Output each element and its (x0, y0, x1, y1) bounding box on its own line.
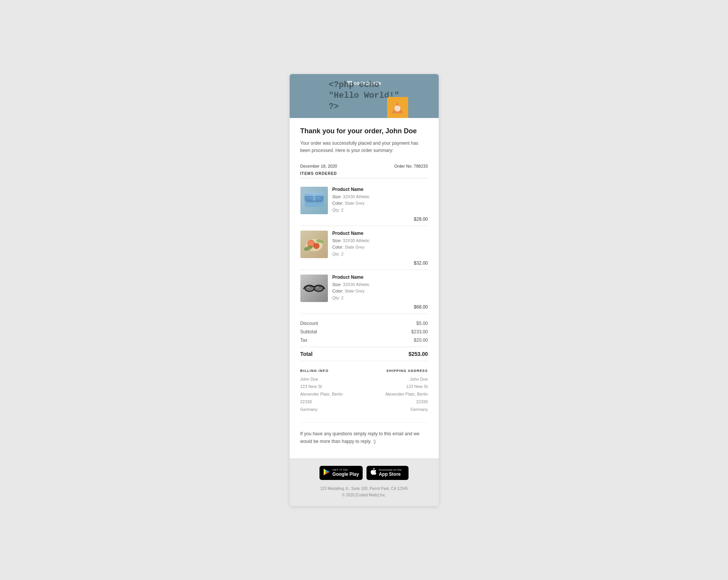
svg-rect-6 (306, 200, 322, 202)
item-name-3: Product Name (332, 275, 428, 280)
intro-text: Your order was successfully placed and y… (300, 140, 428, 154)
svg-point-19 (306, 286, 313, 291)
discount-row: Discount $5.00 (300, 319, 428, 328)
item-details-2: Product Name Size: 32X30 Athletic Color:… (332, 231, 428, 258)
app-store-button[interactable]: Download on the App Store (366, 466, 409, 480)
item-qty-1: Qty: 2 (332, 207, 428, 214)
order-item-3: Product Name Size: 32X30 Athletic Color:… (300, 270, 428, 314)
order-item-2: Product Name Size: 32X30 Athletic Color:… (300, 226, 428, 270)
app-buttons: GET IT ON Google Play Download on the Ap… (297, 466, 431, 480)
item-price-1: $28.00 (300, 216, 428, 226)
app-store-large: App Store (379, 472, 402, 478)
item-color-2: Color: Slate Grey (332, 244, 428, 251)
order-summary: Discount $5.00 Subtotal $233.00 Tax $20.… (300, 314, 428, 359)
subtotal-value: $233.00 (411, 329, 428, 334)
shipping-country: Germany (368, 406, 428, 414)
billing-name: John Doe (300, 376, 360, 383)
item-image-1 (300, 187, 328, 214)
order-meta: December 18, 2020 Order No: 788233 (300, 164, 428, 168)
svg-point-14 (315, 244, 318, 247)
footer-message-text: If you have any questions simply reply t… (300, 430, 428, 445)
shipping-address1: 123 New St (368, 383, 428, 391)
header-sticker (387, 97, 408, 118)
google-play-icon (323, 468, 330, 478)
order-item-1: Product Name Size: 32X30 Athletic Color:… (300, 182, 428, 226)
svg-point-21 (315, 286, 323, 291)
app-store-small: Download on the (379, 469, 402, 472)
item-color-1: Color: Slate Grey (332, 200, 428, 207)
item-size-2: Size: 32X30 Athletic (332, 237, 428, 244)
google-play-button[interactable]: GET IT ON Google Play (319, 466, 363, 480)
item-size-1: Size: 32X30 Athletic (332, 194, 428, 200)
svg-point-2 (394, 105, 400, 111)
item-row: Product Name Size: 32X30 Athletic Color:… (300, 270, 428, 304)
item-image-3 (300, 275, 328, 302)
email-container: ✉ codedmails <?php echo "Hello World!" ?… (290, 74, 439, 506)
google-play-small: GET IT ON (332, 469, 359, 472)
discount-label: Discount (300, 321, 318, 326)
order-number-label: Order No: (394, 164, 412, 168)
item-name-1: Product Name (332, 187, 428, 192)
total-value: $253.00 (409, 351, 428, 357)
shipping-name: John Doe (368, 376, 428, 383)
header-banner: ✉ codedmails <?php echo "Hello World!" ?… (290, 74, 439, 118)
email-body: Thank you for your order, John Doe Your … (290, 118, 439, 458)
subtotal-row: Subtotal $233.00 (300, 328, 428, 336)
order-number-value: 788233 (414, 164, 428, 168)
discount-value: $5.00 (416, 321, 428, 326)
item-size-3: Size: 32X30 Athletic (332, 281, 428, 288)
total-row: Total $253.00 (300, 347, 428, 359)
shipping-title: SHIPPING ADDRESS (368, 369, 428, 373)
item-color-3: Color: Slate Grey (332, 288, 428, 295)
google-play-text: GET IT ON Google Play (332, 469, 359, 478)
billing-address1: 123 New St (300, 383, 360, 391)
app-store-text: Download on the App Store (379, 469, 402, 478)
item-image-2 (300, 231, 328, 258)
item-price-2: $32.00 (300, 260, 428, 270)
shipping-address2: Alexender Platz, Berlin (368, 391, 428, 398)
item-row: Product Name Size: 32X30 Athletic Color:… (300, 226, 428, 260)
items-list: Product Name Size: 32X30 Athletic Color:… (300, 182, 428, 314)
subtotal-label: Subtotal (300, 329, 317, 334)
item-details-1: Product Name Size: 32X30 Athletic Color:… (332, 187, 428, 214)
tax-value: $20.00 (414, 338, 428, 343)
total-label: Total (300, 351, 313, 357)
footer-message: If you have any questions simply reply t… (300, 422, 428, 449)
google-play-large: Google Play (332, 472, 359, 478)
item-row: Product Name Size: 32X30 Athletic Color:… (300, 182, 428, 216)
item-name-2: Product Name (332, 231, 428, 236)
billing-col: BILLING INFO John Doe 123 New St Alexend… (300, 369, 360, 414)
tax-label: Tax (300, 338, 308, 343)
svg-point-12 (308, 241, 314, 246)
billing-address2: Alexender Platz, Berlin (300, 391, 360, 398)
billing-zip: 22330 (300, 398, 360, 406)
shipping-col: SHIPPING ADDRESS John Doe 123 New St Ale… (368, 369, 428, 414)
apple-icon (370, 468, 376, 478)
billing-country: Germany (300, 406, 360, 414)
address-section: BILLING INFO John Doe 123 New St Alexend… (300, 361, 428, 419)
order-date: December 18, 2020 (300, 164, 337, 168)
item-qty-2: Qty: 2 (332, 251, 428, 258)
svg-point-25 (316, 286, 319, 288)
tax-row: Tax $20.00 (300, 336, 428, 344)
items-section-title: ITEMS ORDERED (300, 171, 428, 178)
svg-point-24 (307, 286, 310, 288)
code-line-1: <?php echo (329, 80, 399, 91)
footer-address: 123 Medalling Jr., Suite 100, Parrot Par… (297, 485, 431, 498)
page-title: Thank you for your order, John Doe (300, 127, 428, 135)
email-footer: GET IT ON Google Play Download on the Ap… (290, 458, 439, 506)
item-qty-3: Qty: 2 (332, 295, 428, 302)
order-number: Order No: 788233 (394, 164, 428, 168)
item-details-3: Product Name Size: 32X30 Athletic Color:… (332, 275, 428, 302)
item-price-3: $68.00 (300, 304, 428, 313)
billing-title: BILLING INFO (300, 369, 360, 373)
shipping-zip: 22330 (368, 398, 428, 406)
svg-rect-7 (305, 193, 324, 196)
